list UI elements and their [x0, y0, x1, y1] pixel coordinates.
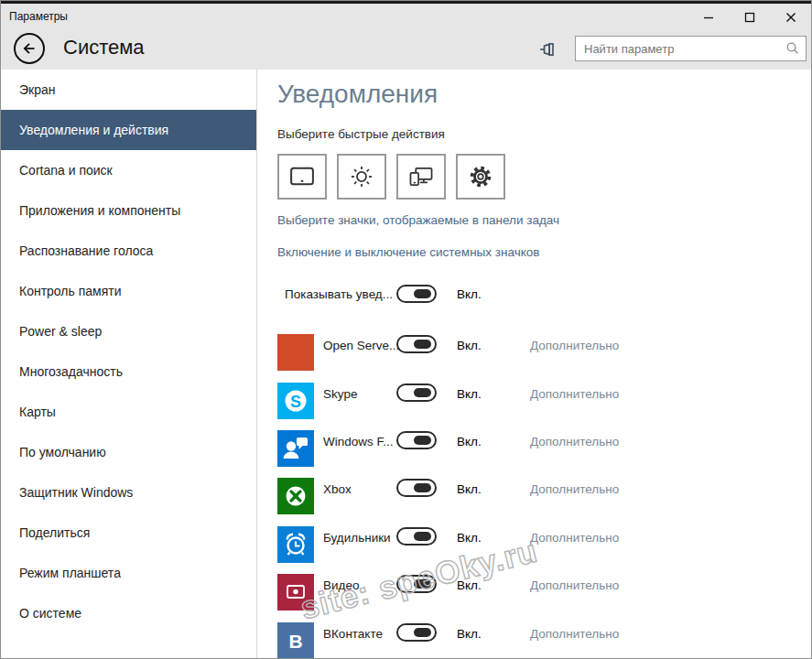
- app-name: Xbox: [323, 482, 352, 496]
- app-name: Windows F...: [323, 435, 394, 448]
- more-link[interactable]: Дополнительно: [530, 435, 619, 448]
- more-link[interactable]: Дополнительно: [530, 531, 619, 545]
- taskbar-icons-link[interactable]: Выберите значки, отображаемые в панели з…: [277, 213, 559, 227]
- sidebar-item-speech[interactable]: Распознавание голоса: [1, 231, 256, 271]
- app-name: Видео: [323, 578, 359, 592]
- sidebar-item-defender[interactable]: Защитник Windows: [1, 472, 256, 513]
- show-notifications-label: Показывать увед...: [285, 287, 393, 301]
- toggle-knob: [414, 340, 431, 349]
- minimize-button[interactable]: [687, 4, 729, 30]
- windows-feedback-toggle[interactable]: [396, 431, 437, 449]
- sidebar-item-tablet-mode[interactable]: Режим планшета: [1, 553, 256, 593]
- back-arrow-icon: [21, 40, 38, 57]
- more-link[interactable]: Дополнительно: [530, 627, 619, 641]
- titlebar: Параметры: [1, 4, 811, 30]
- app-name: Будильники: [323, 531, 391, 545]
- vkontakte-toggle[interactable]: [396, 623, 437, 642]
- sidebar-item-storage[interactable]: Контроль памяти: [1, 271, 256, 311]
- quick-actions-label: Выберите быстрые действия: [277, 127, 445, 141]
- close-button[interactable]: [770, 4, 811, 30]
- more-link[interactable]: Дополнительно: [530, 339, 619, 352]
- sidebar-item-about[interactable]: О системе: [1, 593, 256, 633]
- app-row-vkontakte: В ВКонтакте Вкл. Дополнительно: [277, 622, 811, 659]
- open-server-icon: [277, 334, 314, 371]
- connect-icon: [407, 165, 435, 189]
- svg-text:В: В: [288, 631, 302, 652]
- xbox-icon: [277, 478, 314, 514]
- quick-action-connect[interactable]: [396, 154, 446, 200]
- close-icon: [784, 10, 798, 25]
- video-icon: [277, 574, 314, 610]
- sidebar-item-cortana[interactable]: Cortana и поиск: [1, 150, 256, 190]
- video-toggle[interactable]: [396, 575, 437, 593]
- maximize-button[interactable]: [729, 4, 770, 30]
- search-icon: [785, 41, 800, 56]
- system-icons-link[interactable]: Включение и выключение системных значков: [277, 245, 539, 259]
- toggle-knob: [414, 436, 431, 445]
- quick-action-brightness[interactable]: [337, 154, 386, 200]
- app-state: Вкл.: [457, 531, 482, 545]
- app-row-open-server: Open Serve... Вкл. Дополнительно: [277, 334, 811, 371]
- toggle-knob: [414, 579, 431, 589]
- header: Система: [1, 30, 811, 70]
- quick-action-tablet-mode[interactable]: [277, 154, 327, 200]
- more-link[interactable]: Дополнительно: [530, 387, 619, 401]
- search-box: [575, 36, 807, 61]
- maximize-icon: [742, 10, 757, 25]
- alarms-icon: [277, 526, 314, 563]
- app-row-alarms: Будильники Вкл. Дополнительно: [277, 526, 811, 563]
- page-title: Система: [63, 36, 145, 59]
- app-state: Вкл.: [457, 482, 482, 496]
- section-heading: Уведомления: [277, 80, 438, 109]
- app-state: Вкл.: [457, 339, 482, 352]
- quick-action-tiles: [277, 154, 505, 200]
- sidebar-item-display[interactable]: Экран: [1, 70, 256, 110]
- toggle-knob: [414, 483, 431, 492]
- minimize-icon: [701, 10, 716, 25]
- toggle-knob: [414, 532, 431, 541]
- sidebar-item-defaults[interactable]: По умолчанию: [1, 432, 256, 472]
- tablet-mode-icon: [288, 165, 316, 189]
- brightness-icon: [349, 164, 374, 189]
- show-notifications-toggle[interactable]: [396, 285, 437, 303]
- app-name: Open Serve...: [323, 339, 399, 352]
- app-row-skype: S Skype Вкл. Дополнительно: [277, 383, 811, 419]
- app-state: Вкл.: [457, 627, 482, 641]
- toggle-knob: [414, 628, 431, 637]
- toggle-knob: [414, 289, 431, 298]
- app-name: ВКонтакте: [323, 627, 383, 641]
- pin-button[interactable]: [539, 40, 558, 59]
- window-title: Параметры: [9, 10, 68, 23]
- windows-feedback-icon: [277, 430, 314, 467]
- sidebar-item-apps[interactable]: Приложения и компоненты: [1, 190, 256, 231]
- pin-icon: [539, 40, 558, 59]
- sidebar-item-multitasking[interactable]: Многозадачность: [1, 351, 256, 392]
- more-link[interactable]: Дополнительно: [530, 578, 619, 592]
- open-server-toggle[interactable]: [396, 335, 437, 353]
- app-row-windows-feedback: Windows F... Вкл. Дополнительно: [277, 430, 811, 467]
- app-state: Вкл.: [457, 578, 482, 592]
- quick-action-all-settings[interactable]: [456, 154, 505, 200]
- show-notifications-state: Вкл.: [457, 287, 482, 301]
- sidebar-item-notifications[interactable]: Уведомления и действия: [1, 110, 256, 150]
- svg-text:S: S: [290, 393, 301, 411]
- xbox-toggle[interactable]: [396, 479, 437, 497]
- app-row-video: Видео Вкл. Дополнительно: [277, 574, 811, 610]
- back-button[interactable]: [14, 33, 45, 64]
- main-content: Уведомления Выберите быстрые действия: [258, 70, 811, 658]
- sidebar-item-maps[interactable]: Карты: [1, 392, 256, 432]
- sidebar-item-share[interactable]: Поделиться: [1, 513, 256, 553]
- vkontakte-icon: В: [277, 622, 314, 659]
- more-link[interactable]: Дополнительно: [530, 482, 619, 496]
- skype-toggle[interactable]: [396, 384, 437, 402]
- toggle-knob: [414, 388, 431, 397]
- settings-window: Параметры: [0, 0, 812, 659]
- window-controls: [687, 4, 811, 30]
- settings-gear-icon: [468, 164, 493, 189]
- sidebar-item-power-sleep[interactable]: Power & sleep: [1, 311, 256, 351]
- alarms-toggle[interactable]: [396, 527, 437, 546]
- sidebar: Экран Уведомления и действия Cortana и п…: [1, 70, 257, 658]
- search-input[interactable]: [576, 37, 785, 60]
- screen-top-edge: [1, 1, 811, 4]
- skype-icon: S: [277, 383, 314, 419]
